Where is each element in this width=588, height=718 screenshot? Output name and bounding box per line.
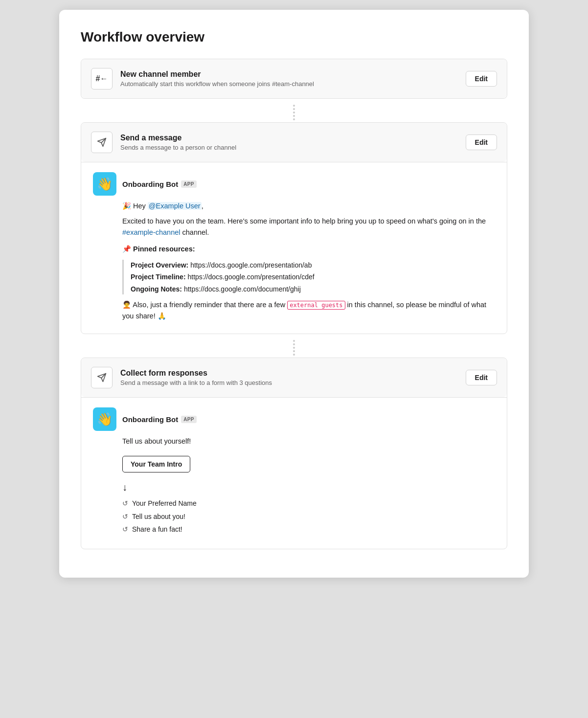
step1-app-badge: APP [181,180,196,188]
step2-message-body: Tell us about yourself! Your Team Intro … [122,436,495,535]
trigger-title: New channel member [120,70,466,79]
dot [293,105,295,107]
dot [293,112,295,113]
step2-title: Collect form responses [120,369,466,378]
trigger-info: New channel member Automatically start t… [120,70,466,88]
reminder-emoji: 🧑‍🦱 [122,301,131,309]
step2-info: Collect form responses Send a message wi… [120,369,466,386]
dot [293,108,295,110]
dot [293,118,295,120]
form-item-label-1: Your Preferred Name [132,498,197,509]
form-item-icon-3: ↺ [122,524,128,535]
form-item-icon-2: ↺ [122,511,128,522]
step1-header: Send a message Sends a message to a pers… [81,123,507,162]
step2-edit-button[interactable]: Edit [466,370,497,385]
dot [293,343,295,345]
step2-icon [91,367,113,388]
dot [293,340,295,342]
trigger-header: #← New channel member Automatically star… [81,59,507,98]
step2-message-preview: 👋 Onboarding Bot APP Tell us about yours… [81,397,507,548]
form-item-1: ↺ Your Preferred Name [122,498,495,509]
pinned-emoji: 📌 [122,245,131,253]
trigger-edit-button[interactable]: Edit [466,71,497,87]
step1-message-body: 🎉 Hey @Example User, Excited to have you… [122,201,495,322]
external-badge: external guests [287,301,345,310]
step2-card: Collect form responses Send a message wi… [81,358,507,549]
pinned-header: 📌 Pinned resources: [122,244,495,255]
form-item-label-2: Tell us about you! [132,511,185,522]
connector-1 [81,103,507,122]
form-item-icon-1: ↺ [122,498,128,509]
resource-1: Project Overview: https://docs.google.co… [131,260,495,270]
step2-intro: Tell us about yourself! [122,436,495,447]
step1-info: Send a message Sends a message to a pers… [120,134,466,151]
step1-message-preview: 👋 Onboarding Bot APP 🎉 Hey @Example User… [81,162,507,334]
step2-app-badge: APP [181,416,196,423]
dot [293,354,295,356]
step1-intro-text: Excited to have you on the team. Here's … [122,216,495,238]
dot [293,347,295,349]
trigger-icon: #← [91,68,113,90]
connector-dots-2 [293,340,295,356]
resource-3: Ongoing Notes: https://docs.google.com/d… [131,284,495,294]
form-item-label-3: Share a fun fact! [132,524,182,535]
step1-icon [91,132,113,153]
pinned-resources: Project Overview: https://docs.google.co… [122,260,495,294]
step1-greeting: 🎉 Hey @Example User, [122,201,495,212]
step2-bot-header: 👋 Onboarding Bot APP [93,407,495,431]
step1-edit-button[interactable]: Edit [466,135,497,150]
reminder-text: 🧑‍🦱 Also, just a friendly reminder that … [122,299,495,322]
page-title: Workflow overview [81,29,507,45]
arrow-down-icon: ↓ [122,479,495,495]
channel-link: #example-channel [122,228,181,236]
step2-bot-name: Onboarding Bot APP [122,415,197,424]
step1-bot-avatar: 👋 [93,172,116,196]
step1-bot-header: 👋 Onboarding Bot APP [93,172,495,196]
page-container: Workflow overview #← New channel member … [59,10,529,578]
mention-user: @Example User [148,202,202,210]
step1-bot-name: Onboarding Bot APP [122,180,197,188]
form-button[interactable]: Your Team Intro [122,456,190,472]
dot [293,115,295,117]
step1-title: Send a message [120,134,466,142]
form-items-list: ↺ Your Preferred Name ↺ Tell us about yo… [122,498,495,535]
connector-dots-1 [293,105,295,120]
step2-desc: Send a message with a link to a form wit… [120,379,466,386]
dot [293,350,295,352]
trigger-desc: Automatically start this workflow when s… [120,80,466,88]
step2-header: Collect form responses Send a message wi… [81,358,507,397]
step1-desc: Sends a message to a person or channel [120,144,466,151]
form-item-2: ↺ Tell us about you! [122,511,495,522]
trigger-card: #← New channel member Automatically star… [81,59,507,99]
step2-bot-avatar: 👋 [93,407,116,431]
connector-2 [81,338,507,358]
greeting-emoji: 🎉 [122,202,131,210]
form-item-3: ↺ Share a fun fact! [122,524,495,535]
step1-card: Send a message Sends a message to a pers… [81,122,507,334]
resource-2: Project Timeline: https://docs.google.co… [131,271,495,282]
